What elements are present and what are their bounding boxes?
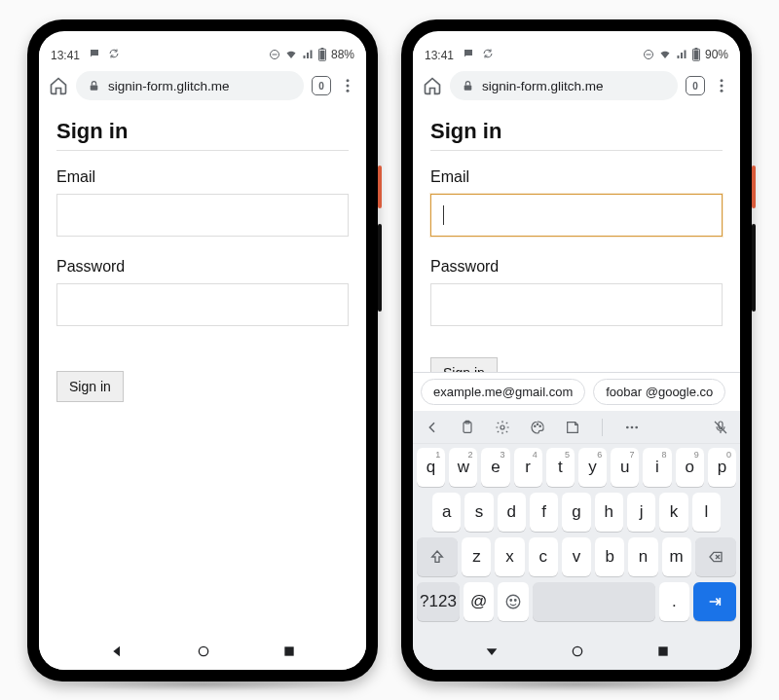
home-icon[interactable] <box>49 76 68 95</box>
key-s[interactable]: s <box>464 493 493 532</box>
svg-point-31 <box>573 646 581 655</box>
status-bar: 13:41 88% <box>39 43 366 66</box>
key-n[interactable]: n <box>628 537 657 576</box>
key-l[interactable]: l <box>692 493 721 532</box>
battery-icon <box>691 48 701 61</box>
nav-home-icon[interactable] <box>570 644 585 659</box>
autofill-suggestions: example.me@gmail.com foobar @google.co <box>413 373 740 411</box>
power-button <box>752 166 756 208</box>
symbols-key[interactable]: ?123 <box>417 582 460 621</box>
nav-back-icon[interactable] <box>484 644 500 659</box>
svg-point-26 <box>635 425 638 428</box>
browser-toolbar: signin-form.glitch.me 0 <box>413 66 740 105</box>
key-r[interactable]: r4 <box>514 448 542 487</box>
divider <box>430 150 723 151</box>
url-bar[interactable]: signin-form.glitch.me <box>76 71 304 100</box>
url-text: signin-form.glitch.me <box>108 79 230 93</box>
chevron-left-icon[interactable] <box>425 420 440 435</box>
nav-recent-icon[interactable] <box>656 645 670 658</box>
key-p[interactable]: p0 <box>708 448 736 487</box>
sync-icon <box>482 48 494 59</box>
status-time: 13:41 <box>425 49 454 62</box>
svg-point-23 <box>539 425 540 426</box>
palette-icon[interactable] <box>530 420 545 435</box>
menu-icon[interactable] <box>339 77 356 94</box>
key-j[interactable]: j <box>627 493 655 532</box>
signal-icon <box>676 49 687 60</box>
key-z[interactable]: z <box>462 537 491 576</box>
svg-point-16 <box>721 85 723 88</box>
key-b[interactable]: b <box>595 537 624 576</box>
key-h[interactable]: h <box>595 493 623 532</box>
autofill-chip[interactable]: foobar @google.co <box>593 379 725 405</box>
system-nav <box>413 633 740 670</box>
volume-button <box>752 224 756 312</box>
gear-icon[interactable] <box>495 420 510 435</box>
nav-home-icon[interactable] <box>196 644 211 659</box>
key-d[interactable]: d <box>498 493 526 532</box>
at-key[interactable]: @ <box>464 582 494 621</box>
tab-switcher[interactable]: 0 <box>686 76 705 95</box>
clipboard-icon[interactable] <box>460 420 475 435</box>
key-y[interactable]: y6 <box>578 448 607 487</box>
key-a[interactable]: a <box>432 493 461 532</box>
password-field[interactable] <box>56 283 349 326</box>
period-key[interactable]: . <box>659 582 689 621</box>
battery-percent: 90% <box>705 48 728 61</box>
signin-button[interactable]: Sign in <box>56 371 124 402</box>
svg-rect-13 <box>695 48 698 49</box>
svg-point-15 <box>721 79 723 82</box>
svg-point-22 <box>537 424 538 424</box>
space-key[interactable] <box>533 582 655 621</box>
key-t[interactable]: t5 <box>546 448 575 487</box>
key-g[interactable]: g <box>562 493 590 532</box>
menu-icon[interactable] <box>713 77 730 94</box>
key-o[interactable]: o9 <box>676 448 704 487</box>
key-x[interactable]: x <box>495 537 524 576</box>
email-label: Email <box>56 168 349 186</box>
key-f[interactable]: f <box>530 493 558 532</box>
key-q[interactable]: q1 <box>417 448 445 487</box>
dnd-icon <box>269 49 280 60</box>
url-bar[interactable]: signin-form.glitch.me <box>450 71 678 100</box>
shift-key[interactable] <box>417 537 458 576</box>
status-bar: 13:41 90% <box>413 43 740 66</box>
svg-rect-4 <box>91 85 98 90</box>
keyboard-panel: example.me@gmail.com foobar @google.co q… <box>413 372 740 635</box>
svg-point-24 <box>626 425 629 428</box>
lock-icon <box>88 80 100 92</box>
email-field[interactable] <box>430 194 723 237</box>
tab-switcher[interactable]: 0 <box>312 76 331 95</box>
key-u[interactable]: u7 <box>611 448 639 487</box>
home-icon[interactable] <box>423 76 442 95</box>
emoji-key[interactable] <box>498 582 528 621</box>
mic-off-icon[interactable] <box>713 420 728 435</box>
status-right: 88% <box>269 48 354 61</box>
autofill-chip[interactable]: example.me@gmail.com <box>421 379 585 405</box>
key-w[interactable]: w2 <box>449 448 477 487</box>
sticker-icon[interactable] <box>565 420 580 435</box>
key-m[interactable]: m <box>662 537 691 576</box>
password-field[interactable] <box>430 283 723 326</box>
nav-back-icon[interactable] <box>110 644 126 659</box>
separator <box>602 419 603 436</box>
email-field[interactable] <box>56 194 349 237</box>
keyboard-keys: q1w2e3r4t5y6u7i8o9p0 asdfghjkl zxcvbnm ?… <box>413 444 740 635</box>
key-k[interactable]: k <box>659 493 687 532</box>
system-nav <box>39 633 366 670</box>
key-i[interactable]: i8 <box>643 448 671 487</box>
svg-point-21 <box>535 425 536 426</box>
key-c[interactable]: c <box>529 537 558 576</box>
status-left: 13:41 <box>425 48 494 62</box>
key-e[interactable]: e3 <box>481 448 509 487</box>
backspace-key[interactable] <box>695 537 736 576</box>
sync-icon <box>108 48 120 59</box>
svg-point-25 <box>631 425 634 428</box>
svg-rect-3 <box>321 48 324 49</box>
phone-right: 13:41 90% signin-form.glitch.me <box>401 19 752 682</box>
more-icon[interactable] <box>624 420 640 435</box>
key-v[interactable]: v <box>562 537 591 576</box>
enter-key[interactable] <box>693 582 736 621</box>
svg-point-29 <box>510 600 512 602</box>
nav-recent-icon[interactable] <box>282 645 296 658</box>
